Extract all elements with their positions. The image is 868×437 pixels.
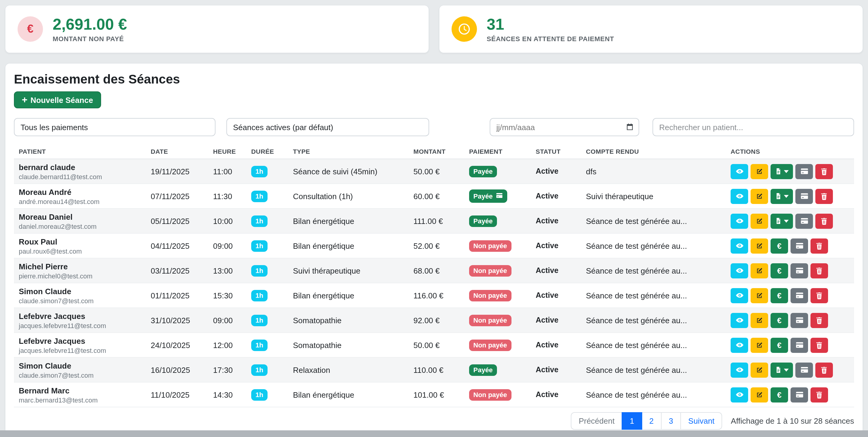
pagination-page-1[interactable]: 1	[622, 412, 642, 430]
card-payment-button[interactable]	[790, 313, 808, 328]
session-status: Active	[531, 357, 581, 382]
delete-button[interactable]	[810, 263, 828, 278]
invoice-dropdown-button[interactable]	[771, 164, 793, 179]
calendar-icon[interactable]	[626, 123, 634, 131]
card-payment-button[interactable]	[795, 189, 813, 204]
edit-button[interactable]	[751, 288, 768, 303]
session-type: Relaxation	[288, 357, 409, 382]
actions-cell	[726, 357, 854, 382]
patient-cell: Moreau Daniel daniel.moreau2@test.com	[14, 209, 146, 233]
pagination-previous[interactable]: Précédent	[571, 412, 623, 430]
duration-badge: 1h	[251, 314, 268, 326]
view-button[interactable]	[731, 238, 748, 253]
invoice-dropdown-button[interactable]	[771, 362, 793, 377]
session-amount: 111.00 €	[409, 209, 464, 233]
pagination-next[interactable]: Suivant	[680, 412, 722, 430]
card-payment-button[interactable]	[790, 337, 808, 352]
eye-icon	[735, 167, 744, 176]
edit-button[interactable]	[751, 213, 768, 228]
payment-filter-select[interactable]	[14, 118, 216, 136]
collect-payment-button[interactable]: €	[771, 263, 788, 278]
card-payment-button[interactable]	[790, 387, 808, 402]
view-button[interactable]	[731, 263, 748, 278]
collect-payment-button[interactable]: €	[771, 387, 788, 402]
delete-button[interactable]	[815, 164, 833, 179]
credit-card-icon	[800, 217, 808, 225]
edit-button[interactable]	[751, 337, 768, 352]
invoice-icon	[775, 168, 782, 175]
edit-button[interactable]	[751, 362, 768, 377]
patient-email: claude.bernard11@test.com	[19, 173, 141, 180]
patient-cell: Lefebvre Jacques jacques.lefebvre11@test…	[14, 333, 146, 357]
patient-email: daniel.moreau2@test.com	[19, 222, 141, 230]
session-status: Active	[531, 333, 581, 357]
view-button[interactable]	[731, 337, 748, 352]
credit-card-icon	[496, 192, 503, 200]
actions-cell: €	[726, 258, 854, 283]
card-payment-button[interactable]	[795, 362, 813, 377]
collect-payment-button[interactable]: €	[771, 313, 788, 328]
view-button[interactable]	[731, 189, 748, 204]
delete-button[interactable]	[810, 337, 828, 352]
pagination: Précédent 1 2 3 Suivant	[571, 412, 722, 430]
edit-button[interactable]	[751, 164, 768, 179]
patient-search-input[interactable]	[652, 118, 854, 136]
view-button[interactable]	[731, 387, 748, 402]
session-amount: 50.00 €	[409, 159, 464, 184]
view-button[interactable]	[731, 362, 748, 377]
payment-cell: Non payée	[464, 382, 531, 407]
table-row: bernard claude claude.bernard11@test.com…	[14, 159, 854, 184]
collect-payment-button[interactable]: €	[771, 288, 788, 303]
delete-button[interactable]	[810, 313, 828, 328]
view-button[interactable]	[731, 164, 748, 179]
eye-icon	[735, 291, 744, 300]
edit-button[interactable]	[751, 238, 768, 253]
view-button[interactable]	[731, 213, 748, 228]
actions-cell: €	[726, 233, 854, 258]
delete-button[interactable]	[810, 238, 828, 253]
filters-row	[14, 118, 854, 136]
card-payment-button[interactable]	[790, 238, 808, 253]
credit-card-icon	[795, 316, 804, 324]
pagination-page-2[interactable]: 2	[641, 412, 661, 430]
invoice-dropdown-button[interactable]	[771, 189, 793, 204]
trash-icon	[820, 366, 828, 374]
view-button[interactable]	[731, 288, 748, 303]
delete-button[interactable]	[810, 288, 828, 303]
session-status: Active	[531, 184, 581, 209]
collect-payment-button[interactable]: €	[771, 337, 788, 352]
credit-card-icon	[795, 242, 804, 250]
euro-icon: €	[18, 17, 43, 42]
delete-button[interactable]	[810, 387, 828, 402]
new-session-label: Nouvelle Séance	[31, 95, 93, 104]
patient-cell: Bernard Marc marc.bernard13@test.com	[14, 382, 146, 407]
delete-button[interactable]	[815, 189, 833, 204]
session-duration-cell: 1h	[246, 283, 288, 308]
patient-email: paul.roux6@test.com	[19, 247, 141, 254]
status-filter-select[interactable]	[226, 118, 429, 136]
trash-icon	[815, 316, 823, 324]
sessions-panel: Encaissement des Séances + Nouvelle Séan…	[5, 63, 863, 436]
session-time: 14:30	[208, 382, 246, 407]
row-actions: €	[731, 313, 849, 328]
row-actions	[731, 213, 849, 228]
card-payment-button[interactable]	[795, 213, 813, 228]
eye-icon	[735, 316, 744, 324]
edit-button[interactable]	[751, 263, 768, 278]
card-payment-button[interactable]	[790, 288, 808, 303]
card-payment-button[interactable]	[795, 164, 813, 179]
edit-button[interactable]	[751, 387, 768, 402]
invoice-dropdown-button[interactable]	[771, 213, 793, 228]
delete-button[interactable]	[815, 213, 833, 228]
pagination-page-3[interactable]: 3	[661, 412, 681, 430]
view-button[interactable]	[731, 313, 748, 328]
new-session-button[interactable]: + Nouvelle Séance	[14, 91, 101, 108]
edit-button[interactable]	[751, 189, 768, 204]
session-time: 09:00	[208, 308, 246, 333]
card-payment-button[interactable]	[790, 263, 808, 278]
date-filter-input[interactable]	[490, 118, 639, 136]
edit-button[interactable]	[751, 313, 768, 328]
session-type: Somatopathie	[288, 308, 409, 333]
collect-payment-button[interactable]: €	[771, 238, 788, 253]
delete-button[interactable]	[815, 362, 833, 377]
